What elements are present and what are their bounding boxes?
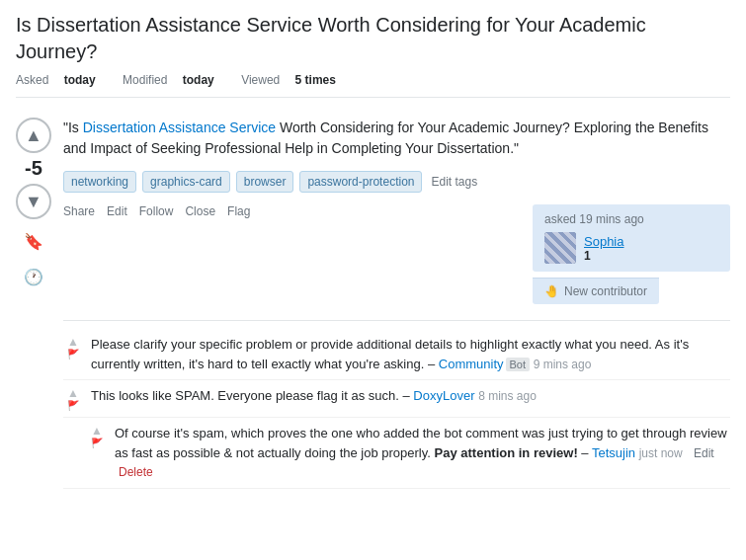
new-contributor-badge: 🤚 New contributor bbox=[533, 278, 659, 304]
comment-1-flag[interactable]: 🚩 bbox=[67, 349, 79, 360]
bot-badge: Bot bbox=[506, 358, 531, 371]
comment-2-prefix: This looks like SPAM. Everyone please fl… bbox=[91, 388, 413, 403]
tag-networking[interactable]: networking bbox=[63, 171, 136, 193]
comment-1-upvote[interactable]: ▲ bbox=[67, 335, 79, 349]
history-button[interactable]: 🕐 bbox=[20, 263, 47, 290]
comment-3-author-link[interactable]: Tetsujin bbox=[592, 445, 635, 460]
comment-3-prefix: Of course it's spam, which proves the on… bbox=[115, 426, 727, 460]
new-contributor-icon: 🤚 bbox=[544, 284, 559, 298]
question-meta: Asked today Modified today Viewed 5 time… bbox=[16, 73, 730, 98]
actions-row: Share Edit Follow Close Flag asked 19 mi… bbox=[63, 204, 730, 304]
share-button[interactable]: Share bbox=[63, 204, 95, 218]
post-info-wrapper: asked 19 mins ago Sophia 1 🤚 bbox=[533, 204, 730, 304]
asked-time-label: asked 19 mins ago bbox=[544, 212, 718, 226]
content-area: "Is Dissertation Assistance Service Wort… bbox=[63, 118, 730, 489]
comment-2-flag[interactable]: 🚩 bbox=[67, 400, 79, 411]
user-name-link[interactable]: Sophia bbox=[584, 234, 623, 249]
asked-label: Asked today bbox=[16, 73, 108, 87]
dissertation-link[interactable]: Dissertation Assistance Service bbox=[83, 120, 276, 135]
user-details: Sophia 1 bbox=[584, 234, 623, 263]
edit-button[interactable]: Edit bbox=[107, 204, 127, 218]
comment-1-vote: ▲ 🚩 bbox=[63, 335, 83, 373]
comment-3-suffix: – bbox=[578, 445, 592, 460]
vote-down-button[interactable]: ▼ bbox=[16, 184, 51, 219]
viewed-label: Viewed 5 times bbox=[241, 73, 348, 87]
comment-3-bold: Pay attention in review! bbox=[435, 445, 578, 460]
comment-3-edit-button[interactable]: Edit bbox=[694, 446, 714, 460]
question-title: Is Dissertation Assistance Service Worth… bbox=[16, 12, 730, 65]
body-prefix: "Is bbox=[63, 120, 83, 135]
comment-1-author-link[interactable]: Community bbox=[439, 357, 504, 371]
comment-3-text: Of course it's spam, which proves the on… bbox=[115, 424, 730, 482]
comment-1-text: Please clarify your specific problem or … bbox=[91, 335, 730, 373]
actions-container: Share Edit Follow Close Flag bbox=[63, 204, 250, 218]
comment-2-text: This looks like SPAM. Everyone please fl… bbox=[91, 386, 730, 411]
vote-up-button[interactable]: ▲ bbox=[16, 118, 51, 153]
vote-count: -5 bbox=[25, 157, 42, 180]
modified-label: Modified today bbox=[123, 73, 226, 87]
tag-graphics-card[interactable]: graphics-card bbox=[142, 171, 230, 193]
comment-2-author-link[interactable]: DoxyLover bbox=[413, 388, 474, 403]
comment-3-time: just now bbox=[639, 446, 686, 460]
comment-2-vote: ▲ 🚩 bbox=[63, 386, 83, 411]
user-rep: 1 bbox=[584, 249, 623, 263]
comment-1: ▲ 🚩 Please clarify your specific problem… bbox=[63, 329, 730, 380]
tag-password-protection[interactable]: password-protection bbox=[299, 171, 422, 193]
comment-3-vote: ▲ 🚩 bbox=[87, 424, 107, 482]
bookmark-button[interactable]: 🔖 bbox=[20, 227, 47, 255]
comments-section: ▲ 🚩 Please clarify your specific problem… bbox=[63, 320, 730, 489]
tags-container: networking graphics-card browser passwor… bbox=[63, 171, 730, 193]
vote-column: ▲ -5 ▼ 🔖 🕐 bbox=[16, 118, 51, 489]
comment-2-time: 8 mins ago bbox=[478, 389, 537, 403]
comment-3-upvote[interactable]: ▲ bbox=[91, 424, 103, 438]
question-body: ▲ -5 ▼ 🔖 🕐 "Is Dissertation Assistance S… bbox=[16, 108, 730, 489]
close-button[interactable]: Close bbox=[185, 204, 215, 218]
comment-3-delete-button[interactable]: Delete bbox=[119, 465, 153, 479]
question-text: "Is Dissertation Assistance Service Wort… bbox=[63, 118, 730, 159]
avatar bbox=[544, 232, 576, 264]
user-info: Sophia 1 bbox=[544, 232, 718, 264]
comment-1-prefix: Please clarify your specific problem or … bbox=[91, 337, 689, 371]
comment-2-upvote[interactable]: ▲ bbox=[67, 386, 79, 400]
comment-3-flag[interactable]: 🚩 bbox=[91, 438, 103, 448]
new-contributor-label: New contributor bbox=[564, 284, 647, 298]
edit-tags-button[interactable]: Edit tags bbox=[428, 171, 480, 193]
avatar-pattern bbox=[544, 232, 576, 264]
page-container: Is Dissertation Assistance Service Worth… bbox=[0, 0, 746, 501]
post-info-box: asked 19 mins ago Sophia 1 bbox=[533, 204, 730, 272]
follow-button[interactable]: Follow bbox=[139, 204, 174, 218]
tag-browser[interactable]: browser bbox=[236, 171, 294, 193]
comment-2: ▲ 🚩 This looks like SPAM. Everyone pleas… bbox=[63, 380, 730, 418]
comment-3: ▲ 🚩 Of course it's spam, which proves th… bbox=[63, 418, 730, 489]
flag-button[interactable]: Flag bbox=[227, 204, 250, 218]
comment-1-time: 9 mins ago bbox=[534, 358, 592, 371]
